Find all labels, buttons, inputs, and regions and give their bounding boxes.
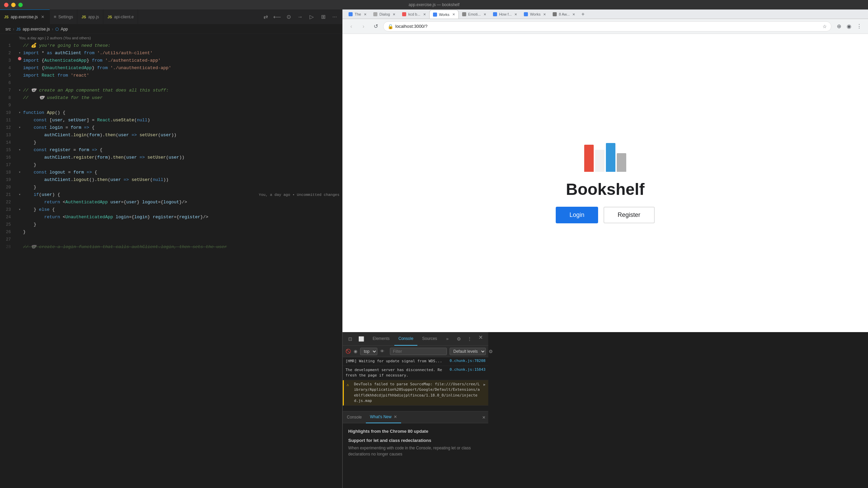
book-red xyxy=(584,145,594,172)
code-line: 8 // 🐨 useState for the user xyxy=(0,94,342,102)
devtools-panel: ⊡ ⬜ Elements Console Sources Network » ⚙… xyxy=(342,332,488,488)
tab-app-exercise[interactable]: JS app.exercise.js ✕ xyxy=(0,9,50,24)
extensions-button[interactable]: ⊕ xyxy=(834,22,844,31)
devtools-tabs: ⊡ ⬜ Elements Console Sources Network » ⚙… xyxy=(343,332,488,346)
window-controls[interactable] xyxy=(4,3,23,7)
menu-button[interactable]: ⋮ xyxy=(854,22,864,31)
back-button[interactable]: ‹ xyxy=(347,22,356,31)
more-options-button[interactable]: ⋮ xyxy=(465,334,474,344)
star-icon[interactable]: ☆ xyxy=(823,24,827,29)
fold-arrow[interactable]: ▾ xyxy=(19,109,21,117)
close-bottom-panel-button[interactable]: ✕ xyxy=(482,415,486,420)
browser-tab-close[interactable]: ✕ xyxy=(452,13,455,16)
device-button[interactable]: ⬜ xyxy=(356,334,366,344)
whats-new-content: Highlights from the Chrome 80 update Sup… xyxy=(343,423,488,488)
context-select[interactable]: top xyxy=(360,348,377,355)
browser-devtools-area: Bookshelf Login Register xyxy=(342,34,868,332)
browser-tab-active[interactable]: Works ✕ xyxy=(429,10,459,19)
reload-button[interactable]: ↺ xyxy=(371,22,380,31)
console-toolbar: 🚫 ◉ top 👁 Default levels ⚙ xyxy=(343,346,488,357)
browser-tab[interactable]: How f... ✕ xyxy=(490,10,520,19)
debug-button[interactable]: ▷ xyxy=(307,12,316,22)
browser-tab[interactable]: kcd b... ✕ xyxy=(399,10,429,19)
browser-tab[interactable]: The ✕ xyxy=(345,10,370,19)
inspect-button[interactable]: ⊡ xyxy=(346,334,355,344)
whats-new-tab[interactable]: What's New ✕ xyxy=(366,411,401,423)
show-live-expression-button[interactable]: 👁 xyxy=(380,347,384,356)
login-button[interactable]: Login xyxy=(556,207,598,223)
bookshelf-logo xyxy=(584,143,626,172)
default-levels-select[interactable]: Default levels xyxy=(450,348,486,355)
tab-api-client[interactable]: JS api-client.e xyxy=(103,9,138,24)
console-bottom-tab[interactable]: Console xyxy=(343,411,366,423)
fold-arrow[interactable]: ▾ xyxy=(19,191,21,199)
split-editor-button[interactable]: ⇄ xyxy=(261,12,270,22)
breakpoint[interactable] xyxy=(18,57,21,60)
browser-tab-close[interactable]: ✕ xyxy=(514,13,517,16)
close-button[interactable] xyxy=(4,3,8,7)
register-button[interactable]: Register xyxy=(604,207,655,223)
tab-bar: JS app.exercise.js ✕ ≡ Settings JS app.j… xyxy=(0,9,342,24)
close-devtools-button[interactable]: ✕ xyxy=(476,334,486,344)
expand-arrow[interactable]: ▶ xyxy=(484,383,486,386)
settings-icon[interactable]: ⚙ xyxy=(454,334,463,344)
browser-tab-bar: The ✕ Dialog ✕ kcd b... ✕ Works ✕ Emoti.… xyxy=(342,9,868,19)
js-breadcrumb-icon: JS xyxy=(16,27,21,31)
fold-arrow[interactable]: ▾ xyxy=(19,124,21,131)
settings-gear-icon[interactable]: ⚙ xyxy=(489,349,493,354)
close-whats-new-button[interactable]: ✕ xyxy=(394,414,397,419)
breadcrumb-file[interactable]: app.exercise.js xyxy=(23,27,50,32)
browser-tab-close[interactable]: ✕ xyxy=(543,13,546,16)
browser-tab-close[interactable]: ✕ xyxy=(423,13,426,16)
console-tab[interactable]: Console xyxy=(394,332,417,346)
console-messages[interactable]: [HMR] Waiting for update signal from WDS… xyxy=(343,357,488,411)
code-editor[interactable]: 1 // 💰 you're going to need these: 2 ▾ i… xyxy=(0,42,342,488)
browser-tab[interactable]: 8 Aw... ✕ xyxy=(549,10,578,19)
forward-button[interactable]: › xyxy=(359,22,368,31)
code-line: 11 const [user, setUser] = React.useStat… xyxy=(0,117,342,124)
profile-button[interactable]: ◉ xyxy=(844,22,854,31)
filter-input[interactable] xyxy=(390,348,447,355)
tab-label: Settings xyxy=(58,15,73,19)
tab-actions: ⇄ ⟵ ⊙ → ▷ ⊞ ··· xyxy=(261,9,342,24)
browser-tab[interactable]: Works ✕ xyxy=(520,10,549,19)
new-tab-button[interactable]: + xyxy=(578,10,587,19)
forward-button[interactable]: → xyxy=(295,12,305,22)
browser-tab-close[interactable]: ✕ xyxy=(572,13,575,16)
more-tabs-button[interactable]: » xyxy=(443,336,451,341)
layout-button[interactable]: ⊞ xyxy=(318,12,328,22)
preserve-log-button[interactable]: ◉ xyxy=(354,347,357,356)
elements-tab[interactable]: Elements xyxy=(369,332,394,346)
fold-arrow[interactable]: ▾ xyxy=(19,146,21,154)
whats-new-item-desc: When experimenting with code in the Cons… xyxy=(348,445,483,457)
tab-settings[interactable]: ≡ Settings xyxy=(50,9,78,24)
fold-arrow[interactable]: ▾ xyxy=(19,49,21,57)
breadcrumb-sep2: › xyxy=(52,27,53,32)
maximize-button[interactable] xyxy=(18,3,23,7)
browser-tab[interactable]: Emoti... ✕ xyxy=(459,10,490,19)
browser-tab-close[interactable]: ✕ xyxy=(484,13,486,16)
sources-tab[interactable]: Sources xyxy=(418,332,441,346)
fold-arrow[interactable]: ▾ xyxy=(19,206,21,214)
code-line: 3 import {AuthenticatedApp} from './auth… xyxy=(0,57,342,64)
console-message-link[interactable]: 0.chunk.js:78208 xyxy=(450,359,486,363)
more-button[interactable]: ··· xyxy=(330,12,339,22)
tab-close-button[interactable]: ✕ xyxy=(40,14,45,20)
go-forward-button[interactable]: ⊙ xyxy=(284,12,293,22)
console-message-text: The development server has disconnected.… xyxy=(346,367,444,379)
browser-tab[interactable]: Dialog ✕ xyxy=(370,10,399,19)
tab-app-js[interactable]: JS app.js xyxy=(77,9,103,24)
console-message-link[interactable]: 0.chunk.js:15843 xyxy=(450,367,486,372)
go-back-button[interactable]: ⟵ xyxy=(272,12,282,22)
fold-arrow[interactable]: ▾ xyxy=(19,87,21,94)
minimize-button[interactable] xyxy=(11,3,16,7)
nav-right-buttons: ⊕ ◉ ⋮ xyxy=(834,22,864,31)
breadcrumb-symbol[interactable]: App xyxy=(61,27,68,32)
code-line: 13 authClient.login(form).then(user => s… xyxy=(0,131,342,139)
browser-tab-close[interactable]: ✕ xyxy=(393,13,395,16)
fold-arrow[interactable]: ▾ xyxy=(19,169,21,176)
address-bar[interactable]: 🔒 localhost:3000/? ☆ xyxy=(383,21,831,32)
clear-console-button[interactable]: 🚫 xyxy=(346,347,351,356)
breadcrumb-src[interactable]: src xyxy=(5,27,11,32)
browser-tab-close[interactable]: ✕ xyxy=(364,13,367,16)
